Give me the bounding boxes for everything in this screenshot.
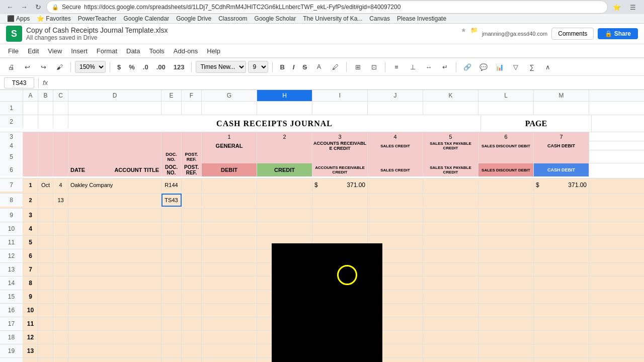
cell-a6[interactable] <box>23 163 38 176</box>
font-select[interactable]: Times New... <box>196 61 246 73</box>
cell-b1[interactable] <box>38 102 53 115</box>
cell-k5[interactable] <box>423 150 478 163</box>
menu-format[interactable]: Format <box>93 46 121 56</box>
cell-h8[interactable] <box>257 194 312 207</box>
cell-j9[interactable] <box>368 209 423 222</box>
col-header-a[interactable]: A <box>23 90 38 101</box>
col-header-j[interactable]: J <box>368 90 423 101</box>
menu-edit[interactable]: Edit <box>24 46 43 56</box>
sales-tax-credit-label[interactable]: SALES TAX PAYABLE CREDIT <box>423 163 478 176</box>
cell-a11[interactable]: 5 <box>23 236 38 249</box>
cell-c2[interactable] <box>53 115 68 128</box>
cell-c5[interactable] <box>53 150 68 163</box>
cell-a9[interactable]: 3 <box>23 209 38 222</box>
ar-header[interactable]: ACCOUNTS RECEIVABLE CREDIT <box>312 141 368 150</box>
cell-j7-sales[interactable] <box>368 178 423 192</box>
sales-discount-debit-label[interactable]: SALES DISCOUNT DEBIT <box>478 163 534 176</box>
cell-j10[interactable] <box>368 222 423 235</box>
post-ref-label[interactable]: POST. REF. <box>182 163 202 176</box>
bookmark-canvas[interactable]: Canvas <box>366 14 393 23</box>
cell-l10[interactable] <box>478 222 534 235</box>
cell-a7-line[interactable]: 1 <box>23 178 38 192</box>
cell-reference-input[interactable]: TS43 <box>4 77 34 88</box>
cell-g8[interactable] <box>202 194 257 207</box>
col-num-3[interactable]: 3 <box>312 132 368 141</box>
cell-k9[interactable] <box>423 209 478 222</box>
cell-b8[interactable] <box>38 194 53 207</box>
cell-k7-sales-tax[interactable] <box>423 178 478 192</box>
cell-d10[interactable] <box>68 222 162 235</box>
cell-i10[interactable] <box>312 222 368 235</box>
cell-i9[interactable] <box>312 209 368 222</box>
cell-a19[interactable]: 13 <box>23 344 38 357</box>
cell-b4[interactable] <box>38 141 53 150</box>
cell-e4[interactable] <box>162 141 182 150</box>
cell-e9[interactable] <box>162 209 182 222</box>
currency-button[interactable]: $ <box>114 61 124 73</box>
cell-m7-cash[interactable]: $ 371.00 <box>534 178 589 192</box>
cell-f4[interactable] <box>182 141 202 150</box>
cell-h7-gen-credit[interactable] <box>257 178 312 192</box>
highlight-button[interactable]: 🖊 <box>328 60 342 74</box>
cash-debit-label[interactable]: CASH DEBIT <box>534 163 589 176</box>
col-header-m[interactable]: M <box>534 90 589 101</box>
forward-button[interactable]: → <box>18 1 30 13</box>
menu-insert[interactable]: Insert <box>67 46 92 56</box>
bookmark-classroom[interactable]: Classroom <box>215 14 250 23</box>
cell-e7-doc[interactable]: R144 <box>162 178 182 192</box>
cell-j5[interactable] <box>368 150 423 163</box>
col-header-k[interactable]: K <box>423 90 478 101</box>
col-num-5[interactable]: 5 <box>423 132 478 141</box>
wrap-button[interactable]: ↵ <box>438 60 452 74</box>
col-header-e[interactable]: E <box>162 90 182 101</box>
font-size-select[interactable]: 9 <box>248 61 268 73</box>
cell-h5[interactable] <box>257 150 312 163</box>
sales-discount-header[interactable]: SALES DISCOUNT DEBIT <box>478 141 534 150</box>
cell-f1[interactable] <box>182 102 202 115</box>
text-color-button[interactable]: A <box>312 60 326 74</box>
col-num-1[interactable]: 1 <box>202 132 257 141</box>
cell-a5[interactable] <box>23 150 38 163</box>
italic-button[interactable]: I <box>290 61 298 73</box>
menu-help[interactable]: Help <box>203 46 224 56</box>
cell-a15[interactable]: 9 <box>23 290 38 303</box>
cell-h1[interactable] <box>257 102 312 115</box>
cell-e1[interactable] <box>162 102 182 115</box>
cell-b7-month[interactable]: Oct <box>38 178 53 192</box>
doc-no-label[interactable]: DOC. NO. <box>162 163 182 176</box>
cell-d8-account[interactable] <box>68 194 162 207</box>
cell-a17[interactable]: 11 <box>23 317 38 330</box>
cell-a10[interactable]: 4 <box>23 222 38 235</box>
col-num-6[interactable]: 6 <box>478 132 534 141</box>
cell-b6[interactable] <box>38 163 53 176</box>
menu-tools[interactable]: Tools <box>145 46 168 56</box>
bookmark-scholar[interactable]: Google Scholar <box>252 14 299 23</box>
cell-f9[interactable] <box>182 209 202 222</box>
col-header-b[interactable]: B <box>38 90 53 101</box>
cell-k1[interactable] <box>423 102 478 115</box>
dec2-button[interactable]: .00 <box>153 61 169 73</box>
collapse-button[interactable]: ∧ <box>541 60 555 74</box>
cell-g5[interactable] <box>202 150 257 163</box>
cell-k10[interactable] <box>423 222 478 235</box>
cell-k8[interactable] <box>423 194 478 207</box>
comment-button[interactable]: 💬 <box>476 60 491 74</box>
cell-j8[interactable] <box>368 194 423 207</box>
bold-button[interactable]: B <box>277 61 287 73</box>
menu-addons[interactable]: Add-ons <box>170 46 202 56</box>
more-formats-button[interactable]: 123 <box>171 61 188 73</box>
cell-f3[interactable] <box>182 132 202 141</box>
cell-c9[interactable] <box>53 209 68 222</box>
menu-button[interactable]: ☰ <box>626 0 640 14</box>
cell-d3[interactable] <box>68 132 162 141</box>
cell-b10[interactable] <box>38 222 53 235</box>
cell-h4[interactable] <box>257 141 312 150</box>
sales-credit-label[interactable]: SALES CREDIT <box>368 163 423 176</box>
cell-b3[interactable] <box>38 132 53 141</box>
cell-h10[interactable] <box>257 222 312 235</box>
cell-d1[interactable] <box>68 102 162 115</box>
cell-i8[interactable] <box>312 194 368 207</box>
col-num-7[interactable]: 7 <box>534 132 589 141</box>
print-button[interactable]: 🖨 <box>4 60 18 74</box>
cell-b5[interactable] <box>38 150 53 163</box>
